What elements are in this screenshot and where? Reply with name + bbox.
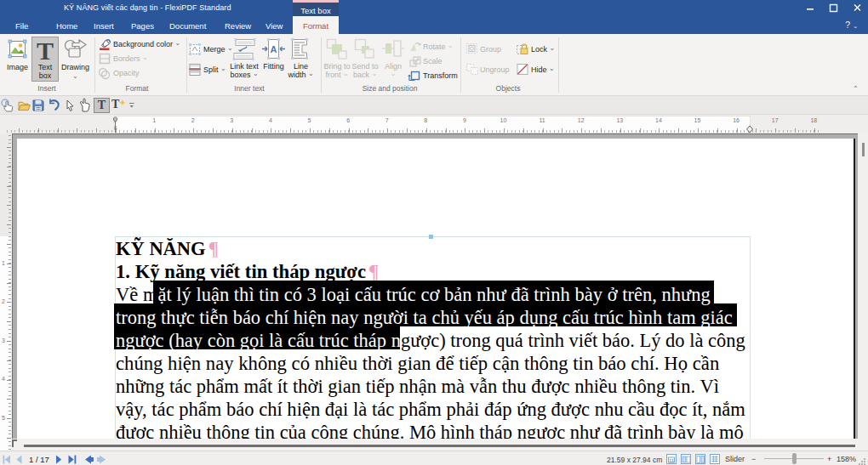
svg-text:A: A	[271, 44, 277, 54]
svg-text:11: 11	[669, 458, 675, 463]
